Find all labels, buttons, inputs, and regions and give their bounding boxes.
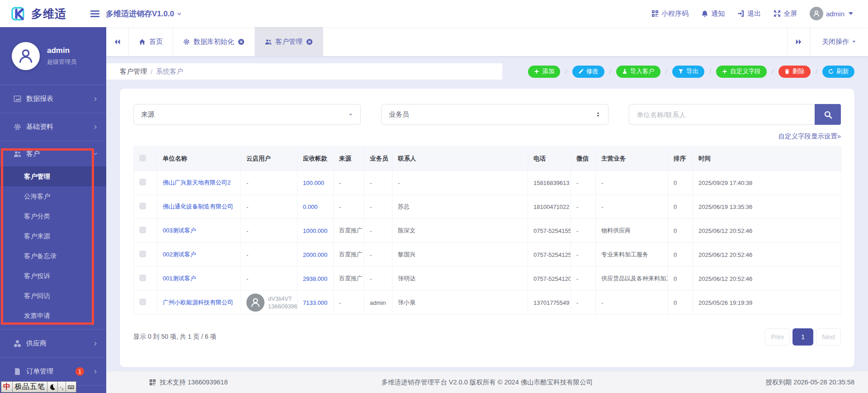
receivable-link[interactable]: 0.000 xyxy=(297,195,334,219)
customer-table-card: 来源 业务员 xyxy=(120,89,854,367)
company-link[interactable]: 广州小欧能源科技有限公司 xyxy=(157,291,241,315)
page-1-button[interactable]: 1 xyxy=(793,328,813,346)
tab-home[interactable]: 首页 xyxy=(129,27,173,56)
cell-source: 百度推广 xyxy=(334,243,364,267)
prev-page-button[interactable]: Prev xyxy=(765,328,790,346)
tab-db-init[interactable]: 数据库初始化 xyxy=(173,27,255,56)
tabs-scroll-right-button[interactable] xyxy=(787,27,810,56)
toolbar-button-6[interactable]: 刷新 xyxy=(822,66,854,78)
cloud-user-info: dV3li4VT13660939618 xyxy=(268,295,297,310)
search-input[interactable] xyxy=(629,104,815,125)
chevron-right-icon xyxy=(93,96,98,102)
chevron-right-icon xyxy=(93,369,98,374)
sidebar-subitem-2-2[interactable]: 客户分类 xyxy=(0,206,106,226)
sidebar-subitem-2-0[interactable]: 客户管理 xyxy=(0,166,106,186)
sidebar-subitem-2-6[interactable]: 客户回访 xyxy=(0,286,106,306)
plus-icon xyxy=(534,69,539,74)
receivable-link[interactable]: 2000.000 xyxy=(297,243,334,267)
receivable-link[interactable]: 1000.000 xyxy=(297,219,334,243)
bell-icon xyxy=(701,10,708,17)
salesman-filter-select[interactable]: 业务员 xyxy=(381,104,609,125)
company-link[interactable]: 003测试客户 xyxy=(157,219,241,243)
sidebar-subitem-2-4[interactable]: 客户备忘录 xyxy=(0,246,106,266)
menu-toggle-icon[interactable] xyxy=(90,10,99,17)
company-link[interactable]: 002测试客户 xyxy=(157,243,241,267)
sidebar-subitem-2-3[interactable]: 客户来源 xyxy=(0,226,106,246)
chevron-right-icon xyxy=(93,124,98,130)
receivable-link[interactable]: 100.000 xyxy=(297,171,334,195)
company-link[interactable]: 佛山广兴新天地有限公司2 xyxy=(157,171,241,195)
miniprogram-qr-button[interactable]: 小程序码 xyxy=(651,9,689,18)
company-link[interactable]: 001测试客户 xyxy=(157,267,241,291)
cell-source: 百度推广 xyxy=(334,267,364,291)
sidebar-item-2[interactable]: 客户 xyxy=(0,141,106,166)
gear-icon xyxy=(183,38,190,45)
toolbar-button-5[interactable]: 删除 xyxy=(778,66,811,78)
cell-business: 专业来料加工服务 xyxy=(596,243,668,267)
sidebar-subitem-2-5[interactable]: 客户投诉 xyxy=(0,266,106,286)
ime-language-button[interactable]: 中 xyxy=(1,382,13,392)
cell-source: 百度推广 xyxy=(334,219,364,243)
refresh-icon xyxy=(828,69,834,74)
row-checkbox[interactable] xyxy=(139,275,146,281)
search-button[interactable] xyxy=(815,104,841,125)
sidebar-item-0[interactable]: 数据报表 xyxy=(0,85,106,113)
notifications-button[interactable]: 通知 xyxy=(701,9,725,18)
cell-sort: 0 xyxy=(668,243,693,267)
ime-toolbar[interactable]: 中 极品五笔 ·, xyxy=(1,381,76,393)
next-page-button[interactable]: Next xyxy=(816,328,841,346)
close-tab-icon[interactable] xyxy=(238,38,245,45)
order-icon xyxy=(14,368,21,375)
toolbar-button-3[interactable]: 导出 xyxy=(672,66,704,78)
fullscreen-button[interactable]: 全屏 xyxy=(774,9,797,18)
caret-down-icon xyxy=(852,39,856,44)
toolbar-button-1[interactable]: 修改 xyxy=(572,66,604,78)
sidebar-item-1[interactable]: 基础资料 xyxy=(0,113,106,141)
tabs-scroll-left-button[interactable] xyxy=(106,27,129,56)
source-filter-select[interactable]: 来源 xyxy=(133,104,361,125)
sidebar-subitem-2-1[interactable]: 公海客户 xyxy=(0,186,106,206)
toolbar-button-2[interactable]: 导入客户 xyxy=(616,66,660,78)
plus-icon xyxy=(722,69,727,74)
close-tab-icon[interactable] xyxy=(306,38,313,45)
sidebar-item-3[interactable]: 供应商 xyxy=(0,330,106,358)
fullscreen-icon xyxy=(774,10,781,17)
company-link[interactable]: 佛山通化设备制造有限公司 xyxy=(157,195,241,219)
toolbar-button-0[interactable]: 添加 xyxy=(528,66,560,78)
sidebar-subitem-2-7[interactable]: 发票申请 xyxy=(0,306,106,326)
ime-punctuation-button[interactable]: ·, xyxy=(58,382,66,392)
user-menu[interactable]: admin xyxy=(810,7,854,20)
row-checkbox[interactable] xyxy=(139,251,146,257)
source-filter-value: 来源 xyxy=(141,110,155,119)
cell-contact: 苏总 xyxy=(392,195,528,219)
cell-sort: 0 xyxy=(668,171,693,195)
row-checkbox[interactable] xyxy=(139,298,146,305)
toolbar-button-label: 自定义字段 xyxy=(730,67,761,76)
row-checkbox[interactable] xyxy=(139,227,146,233)
table-row: 佛山通化设备制造有限公司-0.000--苏总18100471022--02025… xyxy=(134,195,841,219)
tab-customer-mgmt[interactable]: 客户管理 xyxy=(255,27,323,56)
column-header-0: 单位名称 xyxy=(157,147,241,171)
sidebar-user-block: admin 超级管理员 xyxy=(0,27,106,85)
receivable-link[interactable]: 7133.000 xyxy=(297,291,334,315)
select-all-checkbox[interactable] xyxy=(139,155,146,161)
close-operations-dropdown[interactable]: 关闭操作 xyxy=(810,27,868,56)
cell-salesman: admin xyxy=(364,291,392,315)
cell-business: 供应货品以及各种来料加工服务 xyxy=(596,267,668,291)
cloud-user-avatar xyxy=(246,294,264,312)
keyboard-icon[interactable] xyxy=(66,382,76,392)
receivable-link[interactable]: 2938.000 xyxy=(297,267,334,291)
row-checkbox[interactable] xyxy=(139,179,146,185)
moon-icon[interactable] xyxy=(47,382,58,392)
row-checkbox[interactable] xyxy=(139,203,146,209)
app-title[interactable]: 多维适进销存V1.0.0 xyxy=(106,9,182,19)
app-footer: 技术支持 13660939618 多维适进销存管理平台 V2.0.0 版权所有 … xyxy=(106,371,868,393)
toolbar-button-label: 导入客户 xyxy=(630,67,655,76)
toolbar-button-4[interactable]: 自定义字段 xyxy=(716,66,767,78)
chevron-down-icon xyxy=(177,11,182,16)
sidebar-item-label: 客户 xyxy=(26,150,40,158)
logout-button[interactable]: 退出 xyxy=(737,9,761,18)
custom-fields-display-link[interactable]: 自定义字段显示设置» xyxy=(778,133,841,140)
column-header-5: 联系人 xyxy=(392,147,528,171)
funnel-icon xyxy=(678,69,684,74)
